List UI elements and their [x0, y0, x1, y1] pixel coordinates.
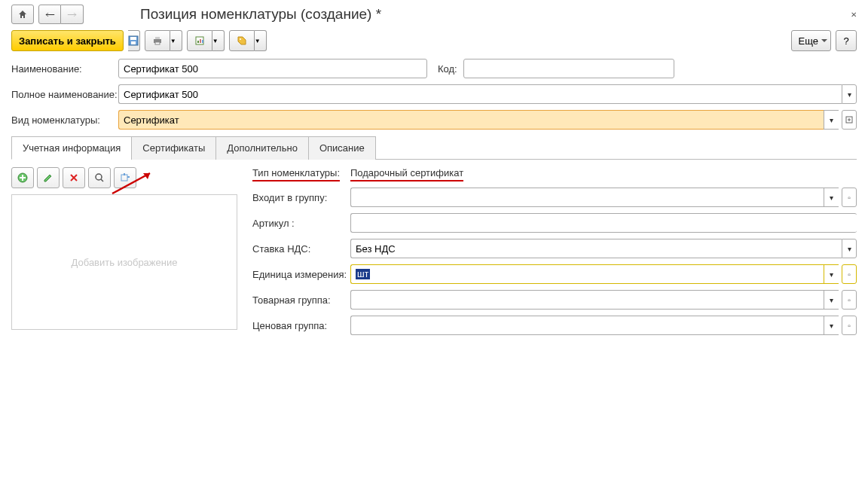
print-dropdown[interactable]: ▼: [170, 30, 182, 51]
svg-rect-14: [121, 175, 127, 181]
article-input[interactable]: [350, 213, 857, 233]
zoom-image-button[interactable]: [88, 167, 111, 188]
price-group-label: Ценовая группа:: [252, 320, 350, 331]
prod-group-open-icon[interactable]: ▫: [842, 290, 857, 310]
unit-label: Единица измерения:: [252, 269, 350, 280]
page-title: Позиция номенклатуры (создание) *: [140, 6, 381, 23]
code-label: Код:: [438, 63, 457, 75]
vat-input[interactable]: [350, 239, 842, 258]
svg-rect-8: [200, 39, 201, 43]
back-button[interactable]: 🡐: [38, 5, 61, 24]
code-input[interactable]: [463, 59, 674, 78]
print-button[interactable]: [145, 30, 170, 51]
forward-button[interactable]: 🡒: [61, 5, 84, 24]
prod-group-dropdown[interactable]: ▾: [824, 290, 839, 310]
tab-additional[interactable]: Дополнительно: [215, 136, 309, 160]
save-close-button[interactable]: Записать и закрыть: [11, 30, 124, 51]
prod-group-input[interactable]: [350, 290, 824, 310]
full-name-label: Полное наименование:: [11, 89, 118, 100]
help-button[interactable]: ?: [836, 30, 857, 51]
kind-input[interactable]: [118, 110, 824, 130]
svg-rect-15: [124, 173, 125, 175]
tab-bar: Учетная информация Сертификаты Дополните…: [11, 136, 857, 160]
tab-description[interactable]: Описание: [308, 136, 376, 160]
group-dropdown[interactable]: ▾: [824, 188, 839, 207]
group-open-icon[interactable]: ▫: [842, 188, 857, 207]
unit-input[interactable]: шт: [350, 264, 824, 284]
vat-dropdown[interactable]: ▾: [842, 239, 857, 258]
full-name-dropdown[interactable]: ▾: [842, 84, 857, 104]
price-group-open-icon[interactable]: ▫: [842, 316, 857, 335]
prod-group-label: Товарная группа:: [252, 294, 350, 306]
add-image-button[interactable]: [11, 167, 34, 188]
svg-rect-9: [202, 40, 203, 43]
name-input[interactable]: [118, 59, 427, 78]
article-label: Артикул :: [252, 218, 350, 229]
kind-label: Вид номенклатуры:: [11, 114, 118, 126]
report-dropdown[interactable]: ▼: [212, 30, 225, 51]
home-button[interactable]: [11, 5, 34, 24]
svg-rect-16: [127, 176, 130, 178]
unit-open-icon[interactable]: ▫: [842, 264, 857, 284]
settings-image-button[interactable]: [114, 167, 136, 188]
edit-image-button[interactable]: [37, 167, 60, 188]
more-button[interactable]: Еще: [791, 30, 831, 51]
svg-point-13: [96, 174, 102, 180]
type-value: Подарочный сертификат: [350, 167, 463, 181]
tab-certificates[interactable]: Сертификаты: [131, 136, 216, 160]
tag-dropdown[interactable]: ▼: [255, 30, 267, 51]
vat-label: Ставка НДС:: [252, 243, 350, 255]
group-label: Входит в группу:: [252, 192, 350, 203]
group-input[interactable]: [350, 188, 824, 207]
svg-rect-7: [197, 41, 199, 43]
price-group-dropdown[interactable]: ▾: [824, 316, 839, 335]
name-label: Наименование:: [11, 63, 118, 75]
image-placeholder[interactable]: Добавить изображение: [11, 194, 237, 330]
close-icon[interactable]: ✕: [851, 11, 857, 19]
tag-button[interactable]: [229, 30, 255, 51]
report-button[interactable]: [187, 30, 212, 51]
kind-open-icon[interactable]: [842, 110, 857, 130]
price-group-input[interactable]: [350, 316, 824, 335]
save-button[interactable]: [128, 30, 140, 51]
type-label: Тип номенклатуры:: [252, 167, 340, 181]
svg-rect-2: [131, 41, 136, 44]
svg-rect-1: [130, 37, 136, 40]
unit-dropdown[interactable]: ▾: [824, 264, 839, 284]
full-name-input[interactable]: [118, 84, 842, 104]
delete-image-button[interactable]: [63, 167, 85, 188]
kind-dropdown[interactable]: ▾: [824, 110, 839, 130]
tab-accounting[interactable]: Учетная информация: [11, 136, 132, 160]
svg-rect-4: [155, 37, 160, 39]
svg-rect-5: [155, 42, 160, 44]
svg-point-10: [240, 38, 241, 40]
